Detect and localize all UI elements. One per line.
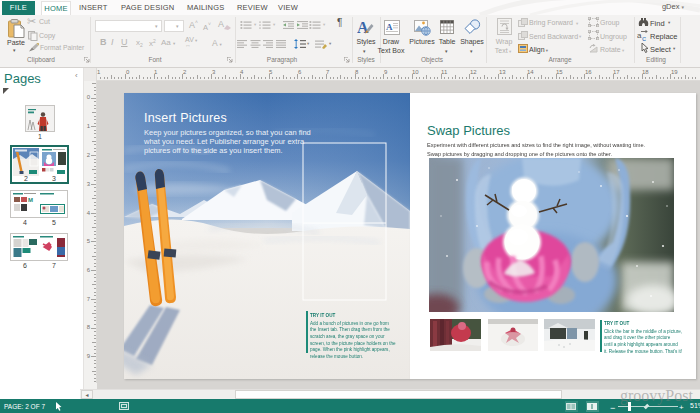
svg-text:A: A	[357, 19, 369, 36]
svg-text:A: A	[386, 22, 393, 32]
svg-text:M: M	[28, 197, 33, 203]
svg-text:c: c	[642, 34, 646, 42]
